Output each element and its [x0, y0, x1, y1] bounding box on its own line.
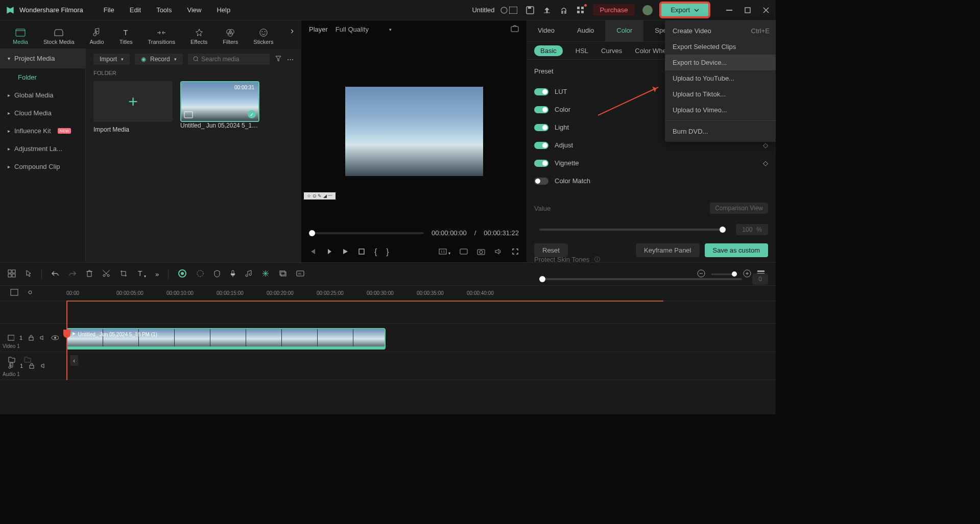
tab-transitions[interactable]: Transitions: [143, 26, 180, 48]
search-input[interactable]: [188, 54, 270, 65]
playhead[interactable]: [66, 301, 67, 380]
keyframe-adjust-icon[interactable]: ◇: [763, 141, 768, 149]
export-selected[interactable]: Export Selected Clips: [665, 39, 776, 55]
save-icon[interactable]: [525, 6, 535, 15]
user-avatar[interactable]: [642, 5, 653, 15]
preview-overlay-toolbar[interactable]: ☆ ⊙ ✎ ◢ 〰: [304, 192, 336, 199]
video-track[interactable]: 1 Video 1 Untitled_ Jun 05,2024 5_18 PM …: [0, 324, 776, 352]
export-vimeo[interactable]: Upload to Vimeo...: [665, 102, 776, 118]
filter-icon[interactable]: [275, 55, 282, 64]
quality-dropdown[interactable]: Full Quality▾: [336, 26, 392, 33]
sidebar-global[interactable]: ▸Global Media: [0, 86, 85, 104]
export-create-video[interactable]: Create VideoCtrl+E: [665, 23, 776, 39]
purchase-button[interactable]: Purchase: [593, 4, 635, 16]
track-link-icon[interactable]: [10, 289, 18, 297]
track-link2-icon[interactable]: [27, 289, 35, 297]
sidebar-folder[interactable]: Folder: [0, 68, 85, 86]
snapshot-icon[interactable]: [511, 25, 519, 34]
menu-tools[interactable]: Tools: [156, 6, 172, 14]
rtab-color[interactable]: Color: [605, 20, 643, 41]
vignette-toggle[interactable]: [534, 160, 548, 167]
menu-help[interactable]: Help: [217, 6, 230, 14]
lock-track-icon[interactable]: [28, 335, 34, 341]
crop-icon[interactable]: [119, 269, 128, 279]
rtab-audio[interactable]: Audio: [566, 20, 605, 41]
comparison-view-button[interactable]: Comparison View: [710, 203, 768, 214]
record-dropdown[interactable]: ◉Record▾: [135, 54, 183, 65]
import-dropdown[interactable]: Import▾: [93, 54, 130, 65]
subtab-basic[interactable]: Basic: [534, 45, 563, 56]
keyframe-vignette-icon[interactable]: ◇: [763, 159, 768, 167]
export-youtube[interactable]: Upload to YouTube...: [665, 70, 776, 86]
ratio-icon[interactable]: 1:1▾: [439, 248, 450, 256]
tab-audio[interactable]: Audio: [85, 26, 109, 48]
sidebar-adjustment[interactable]: ▸Adjustment La...: [0, 140, 85, 158]
tab-media[interactable]: Media: [8, 26, 33, 48]
protect-slider[interactable]: [539, 278, 742, 280]
shield-icon[interactable]: [213, 269, 221, 279]
rtab-video[interactable]: Video: [527, 20, 566, 41]
minimize-button[interactable]: [725, 6, 734, 15]
layout-icon[interactable]: [509, 6, 518, 15]
templates-icon[interactable]: [8, 269, 16, 279]
camera-icon[interactable]: [477, 248, 485, 257]
mute-audio-icon[interactable]: [40, 363, 47, 369]
more-options-icon[interactable]: ⋯: [287, 56, 294, 63]
mark-in-icon[interactable]: {: [374, 247, 377, 257]
sparkle-icon[interactable]: [261, 269, 270, 279]
menu-edit[interactable]: Edit: [130, 6, 141, 14]
export-tiktok[interactable]: Upload to Tiktok...: [665, 86, 776, 102]
layers-icon[interactable]: [279, 270, 287, 279]
headphones-icon[interactable]: [559, 6, 568, 15]
redo-icon[interactable]: [68, 270, 77, 279]
mark-out-icon[interactable]: }: [386, 247, 389, 257]
export-device[interactable]: Export to Device...: [665, 55, 776, 70]
color-tool-icon[interactable]: [178, 269, 187, 280]
cursor-icon[interactable]: [25, 269, 32, 279]
close-button[interactable]: [761, 6, 771, 15]
colormatch-toggle[interactable]: [534, 178, 548, 185]
subtab-hsl[interactable]: HSL: [576, 47, 588, 55]
prev-frame-icon[interactable]: [309, 248, 316, 257]
export-burn-dvd[interactable]: Burn DVD...: [665, 123, 776, 139]
timeline-ruler[interactable]: 00:00 00:00:05:00 00:00:10:00 00:00:15:0…: [0, 286, 776, 301]
tab-effects[interactable]: Effects: [185, 26, 212, 48]
light-toggle[interactable]: [534, 124, 548, 131]
caption-icon[interactable]: cc: [296, 270, 304, 278]
delete-icon[interactable]: [86, 269, 93, 279]
sidebar-influence[interactable]: ▸Influence KitNEW: [0, 122, 85, 140]
menu-file[interactable]: File: [104, 6, 114, 14]
tab-stickers[interactable]: Stickers: [248, 26, 278, 48]
menu-view[interactable]: View: [187, 6, 201, 14]
more-tools-icon[interactable]: »: [155, 270, 159, 278]
import-media-card[interactable]: + Import Media: [93, 81, 173, 133]
value-slider[interactable]: [539, 229, 726, 231]
tab-filters[interactable]: Filters: [218, 26, 243, 48]
sidebar-compound[interactable]: ▸Compound Clip: [0, 158, 85, 176]
mic-icon[interactable]: [230, 269, 236, 279]
color-toggle[interactable]: [534, 106, 548, 113]
tab-stock[interactable]: Stock Media: [38, 26, 80, 48]
upload-icon[interactable]: [542, 6, 552, 15]
gear-tool-icon[interactable]: [196, 269, 204, 279]
timeline-clip[interactable]: Untitled_ Jun 05,2024 5_18 PM (1): [66, 328, 386, 350]
audio-track[interactable]: 1 Audio 1: [0, 352, 776, 380]
subtab-curves[interactable]: Curves: [601, 47, 622, 55]
sidebar-cloud[interactable]: ▸Cloud Media: [0, 104, 85, 122]
split-icon[interactable]: [102, 269, 110, 279]
zoom-slider[interactable]: [711, 273, 737, 275]
play-start-icon[interactable]: [325, 248, 332, 257]
display-icon[interactable]: [460, 248, 468, 256]
maximize-button[interactable]: [743, 6, 752, 15]
export-button[interactable]: Export: [660, 3, 709, 17]
undo-icon[interactable]: [51, 270, 59, 279]
save-custom-button[interactable]: Save as custom: [705, 243, 769, 257]
text-icon[interactable]: T▾: [137, 269, 146, 279]
more-tabs-icon[interactable]: ›: [291, 26, 294, 48]
play-icon[interactable]: [342, 248, 349, 257]
music-tool-icon[interactable]: [245, 269, 252, 279]
stop-icon[interactable]: [358, 248, 365, 257]
time-slider[interactable]: [309, 232, 424, 234]
lut-toggle[interactable]: [534, 88, 548, 95]
preview-area[interactable]: ☆ ⊙ ✎ ◢ 〰: [301, 38, 527, 224]
